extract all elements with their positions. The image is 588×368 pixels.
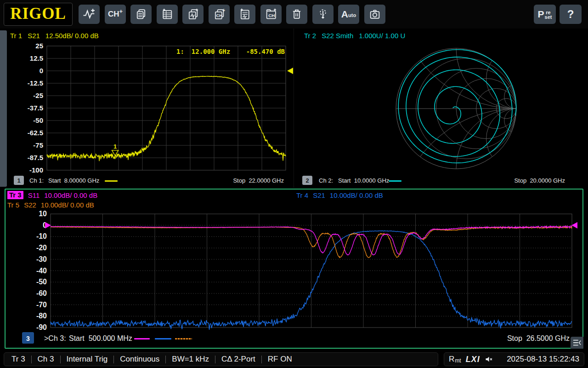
status-trigger-source[interactable]: Internal Trig xyxy=(61,355,114,364)
marker1-value: -85.470 dB xyxy=(246,48,285,55)
channel2-badge[interactable]: 2 xyxy=(302,176,312,185)
channel3-label: >Ch 3: xyxy=(44,332,66,345)
copy-channel-icon: CH + xyxy=(213,8,226,21)
collapse-menu-button[interactable] xyxy=(571,337,583,349)
copy-trace-icon xyxy=(187,8,199,21)
svg-text:1: 1 xyxy=(113,143,117,150)
trace2-color-swatch xyxy=(389,180,401,182)
rigol-logo: RIGOL xyxy=(4,3,73,26)
auto-scale-icon: A xyxy=(341,9,348,20)
channel1-stop[interactable]: Stop 22.0000 GHz xyxy=(233,176,284,186)
help-button[interactable]: ? xyxy=(560,5,582,24)
marker1-readout: 1: 12.000 GHz -85.470 dB xyxy=(176,47,285,55)
status-cal-status[interactable]: CΔ 2-Port xyxy=(215,355,261,364)
system-status-bar: Rmt LXI 2025-08-13 15:22:43 xyxy=(444,352,584,366)
help-icon: ? xyxy=(567,8,574,21)
trace3-color-swatch xyxy=(134,338,150,339)
copy-channel-button[interactable]: CH + xyxy=(209,5,230,24)
toolbar: RIGOL CH+ xyxy=(0,0,588,29)
marker1-id: 1: xyxy=(176,48,184,55)
meas-list-icon xyxy=(238,8,251,21)
channel1-start[interactable]: Start 8.00000 GHz xyxy=(48,176,99,186)
channel3-badge[interactable]: 3 xyxy=(22,332,34,344)
status-active-trace[interactable]: Tr 3 xyxy=(11,355,31,364)
auto-scale-button[interactable]: Auto xyxy=(338,5,359,24)
remote-indicator: Rmt xyxy=(449,355,461,364)
svg-text:+: + xyxy=(222,8,225,13)
trace1-color-swatch xyxy=(105,180,118,182)
status-if-bandwidth[interactable]: BW=1 kHz xyxy=(166,355,215,364)
add-channel-button[interactable]: CH+ xyxy=(105,5,126,24)
touch-icon xyxy=(317,8,329,21)
status-bar: Tr 3 Ch 3 Internal Trig Continuous BW=1 … xyxy=(4,352,438,366)
file-channel-icon: CH xyxy=(265,8,277,21)
speaker-muted-icon[interactable] xyxy=(485,355,494,364)
trace5-color-swatch xyxy=(175,338,192,339)
file-channel-button[interactable]: CH xyxy=(260,5,282,24)
status-active-channel[interactable]: Ch 3 xyxy=(32,355,60,364)
camera-icon xyxy=(368,8,381,21)
delete-button[interactable] xyxy=(286,5,307,24)
copy-window-icon xyxy=(135,8,147,21)
svg-text:CH: CH xyxy=(268,13,275,18)
add-channel-icon: CH xyxy=(108,10,119,19)
channel1-label: Ch 1: xyxy=(29,176,44,186)
status-rf-output[interactable]: RF ON xyxy=(262,355,298,364)
datetime: 2025-08-13 15:22:43 xyxy=(507,355,579,364)
channel2-stop[interactable]: Stop 20.0000 GHz xyxy=(514,176,565,186)
svg-text:CH: CH xyxy=(216,13,223,18)
channel1-footer: 1 Ch 1: Start 8.00000 GHz Stop 22.0000 G… xyxy=(7,176,284,186)
screenshot-button[interactable] xyxy=(364,5,385,24)
channel3-footer: 3 >Ch 3: Start 500.000 MHz Stop 26.5000 … xyxy=(14,332,571,345)
add-trace-button[interactable] xyxy=(79,5,100,24)
preset-button[interactable]: P reset xyxy=(534,5,556,24)
vna-screen: RIGOL CH+ xyxy=(0,0,588,368)
channel2-footer: 2 Ch 2: Start 10.0000 GHz Stop 20.0000 G… xyxy=(299,176,565,186)
lxi-indicator: LXI xyxy=(466,355,480,364)
channel3-plot[interactable] xyxy=(5,189,583,349)
copy-window-button[interactable] xyxy=(130,5,152,24)
add-trace-icon xyxy=(82,7,96,21)
copy-trace-button[interactable] xyxy=(182,5,204,24)
channel2-label: Ch 2: xyxy=(319,176,333,186)
trace4-color-swatch xyxy=(155,338,171,339)
channel2-start[interactable]: Start 10.0000 GHz xyxy=(338,176,389,186)
meas-list-button[interactable] xyxy=(234,5,255,24)
channel1-badge[interactable]: 1 xyxy=(14,176,24,185)
trash-icon xyxy=(290,8,303,21)
channel3-start[interactable]: Start 500.000 MHz xyxy=(69,332,132,345)
marker1-frequency: 12.000 GHz xyxy=(192,48,230,55)
report-table-button[interactable] xyxy=(157,5,178,24)
status-sweep-mode[interactable]: Continuous xyxy=(114,355,165,364)
touch-button[interactable] xyxy=(312,5,334,24)
preset-icon: P xyxy=(538,9,544,20)
report-table-icon xyxy=(161,8,174,21)
smith-chart-plot[interactable] xyxy=(294,29,588,188)
channel3-stop[interactable]: Stop 26.5000 GHz xyxy=(507,332,570,345)
collapse-menu-icon xyxy=(572,339,582,347)
